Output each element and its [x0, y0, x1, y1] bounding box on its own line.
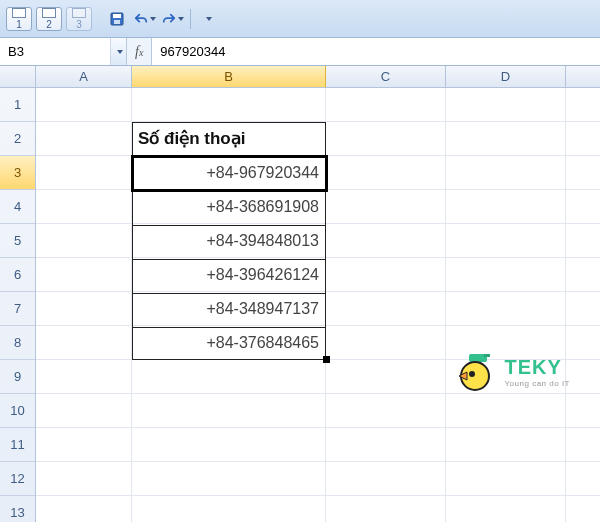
- cell[interactable]: [36, 156, 132, 189]
- cell[interactable]: [36, 496, 132, 522]
- cell[interactable]: [326, 258, 446, 291]
- select-all-button[interactable]: [0, 66, 36, 88]
- cell[interactable]: +84-394848013: [132, 224, 326, 257]
- fill-handle[interactable]: [323, 356, 330, 363]
- cell[interactable]: +84-967920344: [132, 156, 326, 189]
- svg-rect-1: [113, 14, 121, 18]
- cell[interactable]: [446, 258, 566, 291]
- sheet-icon: [42, 8, 56, 18]
- grid-row: [36, 88, 600, 122]
- cell[interactable]: [36, 326, 132, 359]
- chevron-down-icon: [150, 17, 156, 21]
- row-header[interactable]: 7: [0, 292, 35, 326]
- undo-button[interactable]: [134, 8, 156, 30]
- cell[interactable]: [36, 258, 132, 291]
- cell[interactable]: [446, 428, 566, 461]
- undo-icon: [134, 12, 148, 26]
- cell[interactable]: [326, 190, 446, 223]
- cell[interactable]: [132, 360, 326, 393]
- row-header[interactable]: 5: [0, 224, 35, 258]
- view-label: 2: [46, 19, 52, 30]
- view-label: 1: [16, 19, 22, 30]
- cell[interactable]: [326, 462, 446, 495]
- grid-row: Số điện thoại: [36, 122, 600, 156]
- row-header[interactable]: 3: [0, 156, 35, 190]
- cell[interactable]: [446, 496, 566, 522]
- chevron-down-icon: [178, 17, 184, 21]
- column-header[interactable]: A: [36, 66, 132, 87]
- grid-row: +84-376848465: [36, 326, 600, 360]
- row-header[interactable]: 6: [0, 258, 35, 292]
- save-button[interactable]: [106, 8, 128, 30]
- cell[interactable]: [36, 428, 132, 461]
- row-header[interactable]: 4: [0, 190, 35, 224]
- cell[interactable]: +84-396426124: [132, 258, 326, 291]
- cell[interactable]: [36, 224, 132, 257]
- cell[interactable]: [326, 292, 446, 325]
- cell[interactable]: [36, 292, 132, 325]
- custom-view-button-2[interactable]: 2: [36, 7, 62, 31]
- cell[interactable]: [326, 496, 446, 522]
- custom-view-button-3[interactable]: 3: [66, 7, 92, 31]
- cell[interactable]: +84-348947137: [132, 292, 326, 325]
- cell[interactable]: [446, 360, 566, 393]
- row-header[interactable]: 2: [0, 122, 35, 156]
- row-header[interactable]: 12: [0, 462, 35, 496]
- cell[interactable]: [132, 428, 326, 461]
- cell[interactable]: [326, 224, 446, 257]
- worksheet-grid: A B C D 1 2 3 4 5 6 7 8 9 10 11 12 13 Số…: [0, 66, 600, 522]
- cell[interactable]: [446, 88, 566, 121]
- row-header[interactable]: 8: [0, 326, 35, 360]
- cell[interactable]: [326, 360, 446, 393]
- cell[interactable]: [36, 190, 132, 223]
- column-header[interactable]: C: [326, 66, 446, 87]
- name-box[interactable]: [0, 38, 110, 65]
- qat-customize-button[interactable]: [197, 8, 219, 30]
- cell[interactable]: [132, 462, 326, 495]
- cell[interactable]: [36, 394, 132, 427]
- name-box-dropdown[interactable]: [110, 38, 126, 65]
- custom-view-button-1[interactable]: 1: [6, 7, 32, 31]
- cell[interactable]: [132, 496, 326, 522]
- insert-function-button[interactable]: fx: [133, 44, 145, 60]
- cell[interactable]: [446, 190, 566, 223]
- grid-row: [36, 462, 600, 496]
- cell[interactable]: [326, 156, 446, 189]
- cell[interactable]: [36, 88, 132, 121]
- cell[interactable]: [326, 394, 446, 427]
- cell[interactable]: [36, 462, 132, 495]
- grid-row: +84-368691908: [36, 190, 600, 224]
- cell[interactable]: [132, 394, 326, 427]
- cell[interactable]: [446, 292, 566, 325]
- formula-bar: fx: [0, 38, 600, 66]
- cell[interactable]: [132, 88, 326, 121]
- cell[interactable]: [36, 360, 132, 393]
- cell[interactable]: +84-376848465: [132, 326, 326, 359]
- cell[interactable]: [446, 122, 566, 155]
- cell[interactable]: [326, 428, 446, 461]
- cell[interactable]: [326, 122, 446, 155]
- row-header[interactable]: 1: [0, 88, 35, 122]
- column-header[interactable]: D: [446, 66, 566, 87]
- cell[interactable]: [326, 326, 446, 359]
- row-header[interactable]: 9: [0, 360, 35, 394]
- chevron-down-icon: [117, 50, 123, 54]
- row-header[interactable]: 13: [0, 496, 35, 522]
- sheet-icon: [12, 8, 26, 18]
- column-header[interactable]: B: [132, 66, 326, 87]
- row-header[interactable]: 11: [0, 428, 35, 462]
- cell[interactable]: [446, 156, 566, 189]
- view-label: 3: [76, 19, 82, 30]
- cell[interactable]: [446, 326, 566, 359]
- cell[interactable]: [326, 88, 446, 121]
- row-header[interactable]: 10: [0, 394, 35, 428]
- cell[interactable]: [446, 462, 566, 495]
- cell[interactable]: +84-368691908: [132, 190, 326, 223]
- formula-input[interactable]: [152, 38, 600, 65]
- chevron-down-icon: [206, 17, 212, 21]
- cell[interactable]: [446, 224, 566, 257]
- redo-button[interactable]: [162, 8, 184, 30]
- cell[interactable]: Số điện thoại: [132, 122, 326, 155]
- cell[interactable]: [36, 122, 132, 155]
- cell[interactable]: [446, 394, 566, 427]
